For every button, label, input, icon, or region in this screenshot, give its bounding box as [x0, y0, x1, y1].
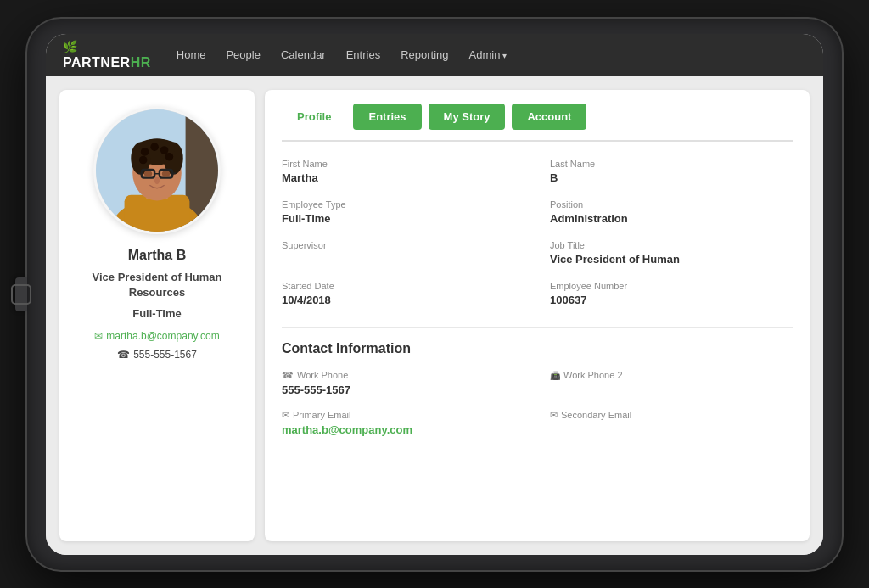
nav-calendar[interactable]: Calendar: [281, 48, 326, 61]
field-started-date-label: Started Date: [282, 281, 524, 291]
email-icon-2: [550, 410, 558, 421]
field-supervisor-label: Supervisor: [282, 240, 524, 250]
field-started-date: Started Date 10/4/2018: [282, 281, 524, 306]
phone-icon: [282, 370, 294, 381]
contact-section-heading: Contact Information: [282, 341, 793, 356]
contact-secondary-email: Secondary Email: [550, 410, 793, 436]
field-job-title-value: Vice President of Human: [550, 253, 793, 266]
field-employee-type-value: Full-Time: [282, 212, 524, 225]
tab-profile[interactable]: Profile: [282, 104, 346, 130]
svg-point-11: [150, 143, 159, 151]
divider: [282, 327, 793, 328]
contact-work-phone-2: Work Phone 2: [550, 370, 793, 396]
field-last-name-label: Last Name: [550, 159, 793, 169]
nav-admin[interactable]: Admin: [469, 48, 507, 61]
field-job-title-label: Job Title: [550, 240, 793, 250]
profile-name: Martha B: [128, 248, 186, 263]
top-nav: 🌿 PARTNERHR Home People Calendar Entries…: [46, 34, 823, 76]
field-employee-type-label: Employee Type: [282, 199, 524, 210]
svg-point-20: [144, 171, 153, 177]
contact-work-phone-value: 555-555-1567: [282, 384, 524, 396]
contact-work-phone-label: Work Phone: [282, 370, 524, 381]
field-position-value: Administration: [550, 212, 793, 225]
phone-icon: ☎: [117, 349, 130, 361]
tab-account[interactable]: Account: [512, 104, 586, 130]
main-content: Martha B Vice President of Human Resourc…: [46, 76, 823, 555]
detail-panel: Profile Entries My Story Account First N…: [265, 90, 810, 541]
field-first-name-label: First Name: [282, 159, 524, 169]
field-last-name: Last Name B: [550, 159, 793, 184]
nav-home[interactable]: Home: [177, 48, 206, 61]
field-first-name-value: Martha: [282, 171, 524, 184]
tab-entries[interactable]: Entries: [353, 104, 421, 130]
nav-people[interactable]: People: [226, 48, 260, 61]
tablet-frame: 🌿 PARTNERHR Home People Calendar Entries…: [27, 19, 842, 570]
profile-email-link[interactable]: ✉ martha.b@company.com: [94, 330, 219, 342]
tab-bar: Profile Entries My Story Account: [282, 104, 793, 142]
contact-work-phone: Work Phone 555-555-1567: [282, 370, 524, 396]
field-started-date-value: 10/4/2018: [282, 294, 524, 306]
tablet-side-button[interactable]: [15, 277, 27, 311]
logo-icon: 🌿: [63, 40, 151, 53]
email-icon: ✉: [94, 330, 103, 342]
logo-text: PARTNERHR: [63, 55, 151, 70]
contact-primary-email: Primary Email martha.b@company.com: [282, 410, 524, 436]
email-value: martha.b@company.com: [106, 330, 219, 342]
email-icon: [282, 410, 289, 421]
contact-primary-email-label: Primary Email: [282, 410, 524, 421]
field-position: Position Administration: [550, 199, 793, 225]
field-first-name: First Name Martha: [282, 159, 524, 184]
logo: 🌿 PARTNERHR: [63, 40, 151, 70]
profile-card: Martha B Vice President of Human Resourc…: [59, 90, 255, 541]
field-last-name-value: B: [550, 171, 793, 184]
nav-entries[interactable]: Entries: [346, 48, 380, 61]
avatar: [93, 107, 221, 234]
svg-point-10: [141, 148, 149, 156]
field-employee-number-value: 100637: [550, 294, 793, 306]
phone-value: 555-555-1567: [133, 349, 197, 361]
tablet-screen: 🌿 PARTNERHR Home People Calendar Entries…: [46, 34, 823, 555]
field-employee-number: Employee Number 100637: [550, 281, 793, 306]
field-employee-type: Employee Type Full-Time: [282, 199, 524, 225]
contact-primary-email-value[interactable]: martha.b@company.com: [282, 423, 524, 436]
svg-point-21: [162, 171, 171, 177]
nav-items: Home People Calendar Entries Reporting A…: [177, 48, 507, 61]
profile-phone: ☎ 555-555-1567: [117, 349, 197, 361]
field-position-label: Position: [550, 199, 793, 210]
field-supervisor: Supervisor: [282, 240, 524, 266]
fields-grid: First Name Martha Last Name B Employee T…: [282, 159, 793, 306]
tab-my-story[interactable]: My Story: [429, 104, 506, 130]
contact-grid: Work Phone 555-555-1567 Work Phone 2: [282, 370, 793, 436]
contact-work-phone-2-label: Work Phone 2: [550, 370, 793, 380]
nav-reporting[interactable]: Reporting: [401, 48, 448, 61]
svg-point-13: [165, 152, 174, 160]
profile-employment-type: Full-Time: [132, 307, 182, 320]
svg-line-19: [172, 172, 176, 173]
svg-line-18: [138, 172, 142, 173]
svg-point-14: [139, 155, 148, 164]
field-job-title: Job Title Vice President of Human: [550, 240, 793, 266]
profile-title: Vice President of Human Resources: [73, 270, 241, 300]
contact-secondary-email-label: Secondary Email: [550, 410, 793, 421]
fax-icon: [550, 370, 560, 380]
field-employee-number-label: Employee Number: [550, 281, 793, 291]
svg-point-12: [160, 146, 169, 154]
